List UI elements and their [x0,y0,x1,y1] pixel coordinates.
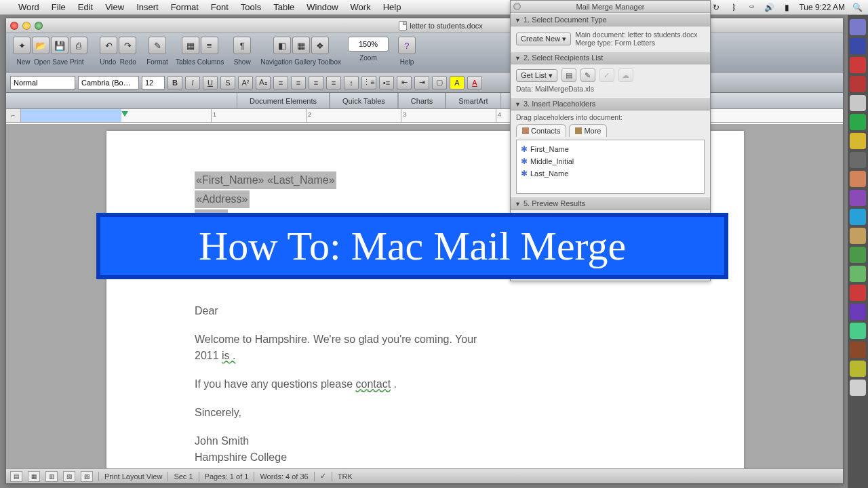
navigation-button[interactable]: ◧ [273,37,291,54]
indent-marker-icon[interactable] [121,111,128,117]
view-normal-button[interactable]: ▤ [10,471,22,482]
view-outline-button[interactable]: ▦ [28,471,40,482]
body-text[interactable]: Sincerely, [195,405,656,421]
toolbox-button[interactable]: ❖ [311,37,329,54]
create-new-button[interactable]: Create New ▾ [516,33,571,45]
menubar-table[interactable]: Table [267,2,300,12]
menubar-tools[interactable]: Tools [235,2,267,12]
menubar-insert[interactable]: Insert [130,2,165,12]
align-right-button[interactable]: ≡ [309,76,323,89]
menubar-help[interactable]: Help [377,2,408,12]
dock-app-icon[interactable] [850,95,866,111]
section-document-type[interactable]: ▼1. Select Document Type [511,13,710,26]
save-button[interactable]: 💾 [51,37,68,54]
field-item[interactable]: ✱Last_Name [519,167,701,180]
field-item[interactable]: ✱Middle_Initial [519,155,701,167]
dock-app-icon[interactable] [850,209,866,225]
dock-app-icon[interactable] [850,133,866,149]
dock-app-icon[interactable] [850,247,866,263]
panel-close-button[interactable] [513,3,521,10]
menubar-window[interactable]: Window [300,2,344,12]
dock-app-icon[interactable] [850,285,866,301]
align-center-button[interactable]: ≡ [291,76,306,89]
view-publishing-button[interactable]: ▨ [81,471,93,482]
dock-app-icon[interactable] [850,304,866,320]
spotlight-icon[interactable]: 🔍 [852,2,863,13]
minimize-window-button[interactable] [22,22,31,30]
timemachine-icon[interactable]: ↻ [711,2,722,13]
panel-titlebar[interactable]: Mail Merge Manager [511,1,710,13]
body-text[interactable]: Welcome to Hampshire. We're so glad you'… [195,331,656,364]
status-words[interactable]: Words: 4 of 36 [260,472,308,481]
tables-button[interactable]: ▦ [182,37,199,54]
dock-app-icon[interactable] [850,38,866,54]
dock-app-icon[interactable] [850,228,866,244]
get-list-button[interactable]: Get List ▾ [516,69,557,82]
status-track-changes[interactable]: TRK [338,472,353,481]
align-justify-button[interactable]: ≡ [326,76,341,89]
dock-app-icon[interactable] [850,19,866,35]
italic-button[interactable]: I [185,76,200,89]
numbering-button[interactable]: ⋮≡ [361,76,376,89]
find-record-icon[interactable]: ✓ [599,68,614,82]
tab-charts[interactable]: Charts [398,93,446,108]
menubar-clock[interactable]: Tue 9:22 AM [799,3,845,12]
open-button[interactable]: 📂 [32,37,50,54]
open-data-source-icon[interactable]: ▤ [561,68,576,82]
tab-document-elements[interactable]: Document Elements [237,93,330,108]
dock-app-icon[interactable] [850,190,866,206]
font-size-combo[interactable]: 12 [142,76,165,89]
view-layout-button[interactable]: ▥ [45,471,58,482]
body-text[interactable]: If you have any questions please contact… [195,376,656,392]
signature-name[interactable]: John Smith [195,433,656,449]
menubar-edit[interactable]: Edit [72,2,99,12]
dock-app-icon[interactable] [850,152,866,168]
body-text[interactable]: Dear [195,303,656,319]
dock-app-icon[interactable] [850,57,866,73]
increase-indent-button[interactable]: ⇥ [414,76,429,89]
format-painter-button[interactable]: ✎ [149,37,166,54]
dock-app-icon[interactable] [850,171,866,187]
document-viewport[interactable]: «First_Name» «Last_Name» «Address» «City… [6,124,843,468]
field-item[interactable]: ✱First_Name [519,143,701,155]
decrease-indent-button[interactable]: ⇤ [397,76,412,89]
zoom-combo[interactable]: 150% [348,37,389,52]
menubar-font[interactable]: Font [205,2,235,12]
view-notebook-button[interactable]: ▧ [63,471,75,482]
font-combo[interactable]: Cambria (Bo… [78,76,139,89]
borders-button[interactable]: ▢ [432,76,447,89]
wifi-icon[interactable]: ⌔ [746,2,757,13]
menubar-format[interactable]: Format [165,2,205,12]
signature-org[interactable]: Hampshire College [195,449,656,466]
edit-data-source-icon[interactable]: ✎ [580,68,595,82]
sub-button[interactable]: A₂ [256,76,271,89]
merge-field[interactable]: «Address» [195,190,250,208]
tab-more[interactable]: More [569,124,607,137]
help-button[interactable]: ? [398,37,416,54]
section-placeholders[interactable]: ▼3. Insert Placeholders [511,97,710,110]
columns-button[interactable]: ≡ [201,37,218,54]
dock-app-icon[interactable] [850,266,866,282]
bullets-button[interactable]: •≡ [379,76,394,89]
line-spacing-button[interactable]: ↕ [344,76,359,89]
dock-app-icon[interactable] [850,380,866,396]
tab-smartart[interactable]: SmartArt [446,93,500,108]
menubar-file[interactable]: File [45,2,72,12]
strike-button[interactable]: S [220,76,235,89]
show-button[interactable]: ¶ [233,37,251,54]
menubar-app[interactable]: Word [12,2,45,12]
font-color-button[interactable]: A [467,76,482,89]
underline-button[interactable]: U [203,76,218,89]
redo-button[interactable]: ↷ [119,37,136,54]
dock-app-icon[interactable] [850,114,866,130]
highlight-button[interactable]: A [450,76,465,89]
dock-app-icon[interactable] [850,323,866,339]
close-window-button[interactable] [10,22,18,30]
undo-button[interactable]: ↶ [100,37,117,54]
style-combo[interactable]: Normal [10,76,75,89]
horizontal-ruler[interactable]: 1 2 3 4 [21,109,843,122]
volume-icon[interactable]: 🔊 [764,2,774,13]
ruler-origin[interactable]: ⌐ [6,109,21,122]
align-left-button[interactable]: ≡ [273,76,288,89]
merge-field[interactable]: «First_Name» «Last_Name» [195,171,336,189]
